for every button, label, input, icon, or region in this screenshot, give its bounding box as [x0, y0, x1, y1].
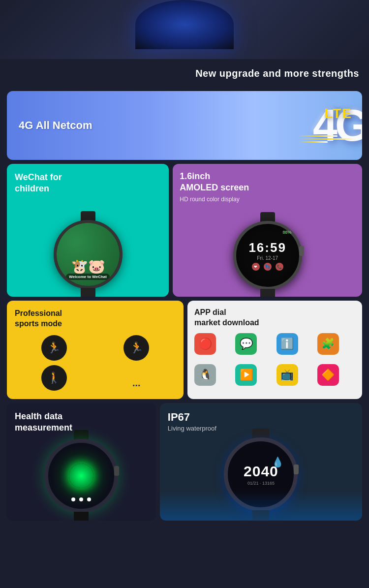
app-icons-grid: 🔴 💬 ℹ️ 🧩 🐧 ▶️ 📺 🔶	[194, 333, 355, 392]
health-dots	[71, 497, 91, 501]
wechat-watch-wrapper: 🐮🐷 Welcome to WeChat	[54, 220, 123, 289]
speed-line-2	[298, 138, 357, 140]
watch-crown	[120, 245, 123, 255]
amoled-band-bottom	[260, 289, 275, 297]
health-watch-wrapper	[44, 439, 118, 513]
amoled-band-top	[260, 212, 275, 222]
battery-indicator: 88%	[283, 230, 292, 235]
speed-line-3	[298, 141, 328, 143]
wechat-section: WeChat forchildren 🐮🐷 Welcome to WeChat	[7, 164, 169, 297]
app-icon-weibo: 📺	[277, 364, 298, 386]
top-hero-section	[0, 0, 369, 59]
sport-more-dots: ...	[97, 377, 176, 391]
ip67-watch-crown	[294, 464, 299, 474]
amoled-status-icons: ❤ 👣 📞	[252, 263, 283, 271]
watch-band-top	[81, 211, 95, 221]
water-splash-effect	[160, 491, 362, 521]
lte-badge: LTE	[324, 106, 352, 122]
health-ip67-row: Health datameasurement	[7, 403, 362, 521]
sports-section: Professionalsports mode 🏃 🏃 🚶 ...	[7, 301, 184, 399]
netcom-section: 4G All Netcom 4G LTE	[7, 91, 362, 160]
amoled-title: 1.6inchAMOLED screen	[180, 171, 355, 194]
amoled-call-icon: 📞	[276, 263, 283, 271]
health-band-bottom	[74, 512, 89, 521]
amoled-time-display: 16:59	[248, 240, 286, 255]
wechat-watch-screen: 🐮🐷 Welcome to WeChat	[57, 223, 120, 286]
health-title: Health datameasurement	[15, 411, 148, 434]
water-drops-decoration: 💧	[272, 456, 284, 468]
health-dot-1	[71, 497, 75, 501]
ip67-subtitle: Living waterproof	[168, 425, 354, 432]
wechat-watch-display: 🐮🐷 Welcome to WeChat	[15, 200, 161, 289]
amoled-subtitle: HD round color display	[180, 196, 355, 203]
health-section: Health datameasurement	[7, 403, 156, 521]
amoled-step-icon: 👣	[264, 263, 272, 271]
ip67-date-display: 01/21 · 13165	[247, 481, 275, 486]
sport-icon-sprint: 🏃	[123, 335, 149, 361]
health-dot-3	[87, 497, 91, 501]
app-icon-puzzle: 🧩	[317, 333, 339, 355]
sports-icons-grid: 🏃 🏃 🚶 ...	[15, 335, 176, 391]
amoled-heart-icon: ❤	[252, 263, 260, 271]
amoled-watch-crown	[299, 246, 304, 256]
wechat-emoji-characters: 🐮🐷	[71, 260, 105, 274]
health-watch-display	[15, 439, 148, 513]
page-wrapper: New upgrade and more strengths 4G All Ne…	[0, 0, 369, 530]
sports-app-row: Professionalsports mode 🏃 🏃 🚶 ... APP di…	[7, 301, 362, 399]
wechat-amoled-row: WeChat forchildren 🐮🐷 Welcome to WeChat	[7, 164, 362, 297]
amoled-watch-wrapper: 88% 16:59 Fri. 12-17 ❤ 👣 📞	[233, 221, 302, 290]
top-watch-decoration	[135, 0, 234, 49]
speed-lines-decoration	[298, 135, 357, 143]
app-icon-iqiyi: ▶️	[235, 364, 257, 386]
netcom-title: 4G All Netcom	[7, 119, 104, 132]
netcom-graphic: 4G LTE	[313, 103, 362, 148]
app-icon-extra: 🔶	[317, 364, 339, 386]
amoled-date-display: Fri. 12-17	[257, 255, 278, 261]
wechat-screen-label: Welcome to WeChat	[66, 274, 110, 280]
sport-icon-run: 🏃	[41, 335, 67, 361]
health-watch-crown	[114, 466, 119, 476]
app-icon-qq: 🐧	[194, 364, 216, 386]
app-dial-title: APP dialmarket download	[194, 308, 355, 328]
amoled-watch-display: 88% 16:59 Fri. 12-17 ❤ 👣 📞	[180, 209, 355, 290]
health-watch-face	[44, 439, 118, 513]
health-dot-2	[79, 497, 83, 501]
health-sensor-glow	[69, 464, 93, 488]
app-icon-info: ℹ️	[277, 333, 298, 355]
wechat-title: WeChat forchildren	[15, 172, 161, 195]
headline-section: New upgrade and more strengths	[0, 59, 369, 86]
ip67-section: IP67 Living waterproof 2040 01/21 · 1316…	[160, 403, 362, 521]
features-grid: 4G All Netcom 4G LTE WeChat forchildren	[0, 86, 369, 530]
speed-line-1	[298, 135, 338, 137]
amoled-section: 1.6inchAMOLED screen HD round color disp…	[173, 164, 362, 297]
app-icon-1: 🔴	[194, 333, 216, 355]
app-dial-section: APP dialmarket download 🔴 💬 ℹ️ 🧩 🐧 ▶️ 📺 …	[187, 301, 362, 399]
ip67-title: IP67	[168, 411, 354, 424]
sports-title: Professionalsports mode	[15, 309, 176, 329]
headline-text: New upgrade and more strengths	[195, 68, 359, 79]
wechat-watch-face: 🐮🐷 Welcome to WeChat	[54, 220, 123, 289]
app-icon-wechat: 💬	[235, 333, 257, 355]
watch-band-bottom	[81, 288, 95, 297]
sport-icon-walk: 🚶	[41, 365, 67, 391]
amoled-watch-face: 88% 16:59 Fri. 12-17 ❤ 👣 📞	[233, 221, 302, 290]
